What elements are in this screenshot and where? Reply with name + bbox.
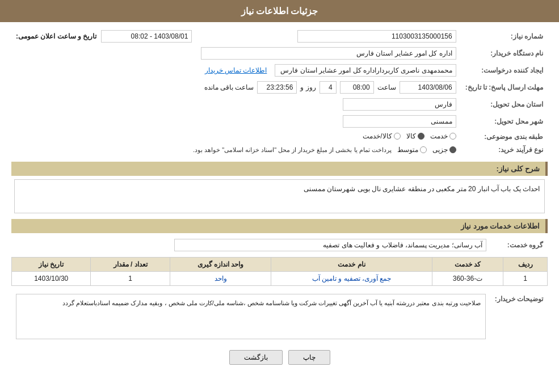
khadamat-section: اطلاعات خدمات مورد نیاز <box>11 219 548 233</box>
mohlat-mande-label: ساعت باقی مانده <box>204 83 254 91</box>
shahr-row: شهر محل تحویل: ممسنی <box>11 113 548 130</box>
mohlat-saat-label: ساعت <box>377 83 396 91</box>
ijad-konande-value: محمدمهدی ناصری کاربرداراداره کل امور عشا… <box>11 62 461 79</box>
shahr-label: شهر محل تحویل: <box>461 113 548 130</box>
footer-buttons: بازگشت چاپ <box>11 342 548 376</box>
sharh-kolli-value: احداث یک باب آب انبار 20 متر مکعبی در من… <box>14 179 545 213</box>
farayand-option-mottavasset[interactable]: متوسط <box>397 146 427 154</box>
col-tedad: تعداد / مقدار <box>91 258 170 272</box>
shomare-niaz-row: شماره نیاز: 1103003135000156 1403/08/01 … <box>11 28 548 45</box>
radio-khadamat <box>449 133 456 140</box>
khadamat-label: اطلاعات خدمات مورد نیاز <box>461 222 540 230</box>
sharh-kolli-section: شرح کلی نیاز: <box>11 162 548 176</box>
grouh-khadamat-grid: گروه خدمت: آب رسانی؛ مدیریت پسماند، فاضل… <box>11 237 548 254</box>
farayand-note: پرداخت تمام یا بخشی از مبلغ خریدار از مح… <box>193 146 392 154</box>
col-nam: نام خدمت <box>271 258 432 272</box>
service-table-body: 1 ت-36-360 جمع آوری، تصفیه و تامین آب وا… <box>12 272 548 286</box>
shomare-niaz-input: 1103003135000156 <box>297 30 456 43</box>
col-radif: ردیف <box>503 258 548 272</box>
mohlat-mande: 23:23:56 <box>257 81 297 94</box>
tarikhelan-value: 1403/08/01 - 08:02 <box>101 30 192 43</box>
radio-kala <box>418 133 424 140</box>
back-button[interactable]: بازگشت <box>229 350 283 365</box>
service-table-head: ردیف کد خدمت نام خدمت واحد اندازه گیری ت… <box>12 258 548 272</box>
mohlat-label: مهلت ارسال پاسخ: تا تاریخ: <box>461 79 548 96</box>
sharh-kolli-area: احداث یک باب آب انبار 20 متر مکعبی در من… <box>11 179 548 213</box>
ijad-konande-row: ایجاد کننده درخواست: محمدمهدی ناصری کارب… <box>11 62 548 79</box>
mohlat-row: مهلت ارسال پاسخ: تا تاریخ: 1403/08/06 سا… <box>11 79 548 96</box>
farayand-mottavasset-label: متوسط <box>397 146 418 154</box>
cell-tedad: 1 <box>91 272 170 286</box>
ostan-value: فارس <box>11 96 461 113</box>
grouh-khadamat-value: آب رسانی؛ مدیریت پسماند، فاضلاب و فعالیت… <box>11 237 491 254</box>
tabaqeh-options: خدمت کالا کالا/خدمت <box>11 130 461 144</box>
farayand-row: نوع فرآیند خرید: جزیی متوسط <box>11 144 548 156</box>
shahr-input: ممسنی <box>343 115 456 128</box>
tozih-value: صلاحیت ورتبه بندی معتبر دررشته آبنیه یا … <box>16 294 486 339</box>
cell-tarikh: 1403/10/30 <box>12 272 91 286</box>
service-table-header-row: ردیف کد خدمت نام خدمت واحد اندازه گیری ت… <box>12 258 548 272</box>
grouh-khadamat-input: آب رسانی؛ مدیریت پسماند، فاضلاب و فعالیت… <box>174 239 486 251</box>
table-row: 1 ت-36-360 جمع آوری، تصفیه و تامین آب وا… <box>12 272 548 286</box>
mohlat-tarikh-row: 1403/08/06 ساعت 08:00 4 روز و 23:23:56 س… <box>16 81 456 94</box>
header-title: جزئیات اطلاعات نیاز <box>241 6 318 16</box>
ijad-konande-input: محمدمهدی ناصری کاربرداراداره کل امور عشا… <box>275 64 456 77</box>
ostan-input: فارس <box>343 98 456 111</box>
ostan-label: استان محل تحویل: <box>461 96 548 113</box>
page-header: جزئیات اطلاعات نیاز <box>0 0 559 22</box>
col-kod: کد خدمت <box>432 258 503 272</box>
farayand-radio-group: جزیی متوسط <box>397 146 456 154</box>
tarikhelan-label: تاریخ و ساعت اعلان عمومی: <box>16 32 96 40</box>
tabaqeh-khadamat-label: خدمت <box>430 132 448 140</box>
farayand-jozii-label: جزیی <box>432 146 448 154</box>
etelaat-link[interactable]: اطلاعات تماس خریدار <box>205 66 267 74</box>
cell-nam: جمع آوری، تصفیه و تامین آب <box>271 272 432 286</box>
ostan-row: استان محل تحویل: فارس <box>11 96 548 113</box>
tozih-label: توضیحات خریدار: <box>490 292 548 342</box>
mohlat-value: 1403/08/06 ساعت 08:00 4 روز و 23:23:56 س… <box>11 79 461 96</box>
grouh-khadamat-row: گروه خدمت: آب رسانی؛ مدیریت پسماند، فاضل… <box>11 237 548 254</box>
ijad-konande-label: ایجاد کننده درخواست: <box>461 62 548 79</box>
tabaqeh-option-kala-khadamat[interactable]: کالا/خدمت <box>363 132 400 140</box>
tozih-value-cell: صلاحیت ورتبه بندی معتبر دررشته آبنیه یا … <box>11 292 490 342</box>
page-wrapper: جزئیات اطلاعات نیاز شماره نیاز: 11030031… <box>0 0 559 392</box>
mohlat-date: 1403/08/06 <box>400 81 456 94</box>
shomare-niaz-value: 1103003135000156 <box>196 28 460 45</box>
info-grid: شماره نیاز: 1103003135000156 1403/08/01 … <box>11 28 548 156</box>
mohlat-roz-val: 4 <box>320 81 337 94</box>
cell-radif: 1 <box>503 272 548 286</box>
nam-dastgah-row: نام دستگاه خریدار: اداره کل امور عشایر ا… <box>11 45 548 62</box>
shahr-value: ممسنی <box>11 113 461 130</box>
service-table: ردیف کد خدمت نام خدمت واحد اندازه گیری ت… <box>11 257 548 286</box>
tabaqeh-kala-khadamat-label: کالا/خدمت <box>363 132 392 140</box>
tabaqeh-option-khadamat[interactable]: خدمت <box>430 132 456 140</box>
tabaqeh-row: طبقه بندی موضوعی: خدمت کالا <box>11 130 548 144</box>
tarikhelan-row: 1403/08/01 - 08:02 تاریخ و ساعت اعلان عم… <box>16 30 192 43</box>
col-tarikh: تاریخ نیاز <box>12 258 91 272</box>
watermark-container: احداث یک باب آب انبار 20 متر مکعبی در من… <box>14 179 545 213</box>
grouh-khadamat-label: گروه خدمت: <box>491 237 548 254</box>
radio-mottavasset <box>420 146 427 153</box>
main-content: شماره نیاز: 1103003135000156 1403/08/01 … <box>0 22 559 382</box>
radio-jozii <box>449 146 456 153</box>
tabaqeh-kala-label: کالا <box>406 132 416 140</box>
farayand-value: جزیی متوسط پرداخت تمام یا بخشی از مبلغ خ… <box>11 144 461 156</box>
radio-kala-khadamat <box>394 133 401 140</box>
sharh-kolli-label: شرح کلی نیاز: <box>496 165 540 173</box>
tabaqeh-radio-group: خدمت کالا کالا/خدمت <box>363 132 456 140</box>
shomare-niaz-label: شماره نیاز: <box>461 28 548 45</box>
mohlat-roz-label: روز و <box>300 83 316 91</box>
nam-dastgah-label: نام دستگاه خریدار: <box>461 45 548 62</box>
print-button[interactable]: چاپ <box>288 350 330 365</box>
cell-vahed: واحد <box>170 272 271 286</box>
cell-kod: ت-36-360 <box>432 272 503 286</box>
farayand-container: جزیی متوسط پرداخت تمام یا بخشی از مبلغ خ… <box>16 146 456 154</box>
mohlat-saat: 08:00 <box>340 81 374 94</box>
tabaqeh-option-kala[interactable]: کالا <box>406 132 424 140</box>
farayand-option-jozii[interactable]: جزیی <box>432 146 456 154</box>
nam-dastgah-input: اداره کل امور عشایر استان فارس <box>201 47 456 60</box>
col-vahed: واحد اندازه گیری <box>170 258 271 272</box>
tabaqeh-label: طبقه بندی موضوعی: <box>461 130 548 144</box>
nam-dastgah-value: اداره کل امور عشایر استان فارس <box>11 45 461 62</box>
tozih-grid: توضیحات خریدار: صلاحیت ورتبه بندی معتبر … <box>11 292 548 342</box>
